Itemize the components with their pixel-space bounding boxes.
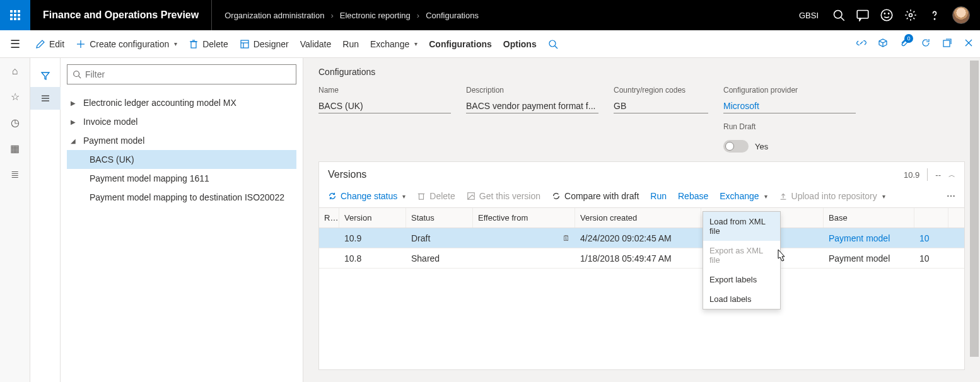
run-draft-label: Run Draft — [723, 122, 856, 131]
recent-icon[interactable]: ◷ — [11, 117, 20, 129]
tree-item[interactable]: ▶Electronic ledger accounting model MX — [67, 93, 296, 112]
col-created[interactable]: Version created — [575, 208, 701, 228]
avatar[interactable] — [952, 6, 970, 24]
run-draft-toggle[interactable] — [723, 140, 749, 153]
search-button[interactable] — [548, 39, 558, 49]
cursor-icon — [774, 248, 787, 263]
edit-button[interactable]: Edit — [35, 39, 64, 49]
svg-point-0 — [834, 11, 843, 19]
provider-label: Configuration provider — [723, 86, 856, 95]
delete-button[interactable]: Delete — [189, 39, 228, 49]
close-icon[interactable] — [964, 38, 974, 50]
chat-icon[interactable] — [856, 9, 869, 21]
tree-item[interactable]: ▶Invoice model — [67, 112, 296, 131]
favorites-icon[interactable]: ☆ — [11, 91, 20, 103]
attachment-icon[interactable]: 0 — [899, 38, 909, 50]
tree-item[interactable]: Payment model mapping 1611 — [67, 169, 296, 188]
name-value[interactable]: BACS (UK) — [318, 98, 451, 113]
exchange-button[interactable]: Exchange▾ — [370, 39, 417, 49]
dropdown-export-xml: Export as XML file — [703, 241, 780, 270]
breadcrumb-item[interactable]: Organization administration — [225, 11, 324, 20]
provider-value[interactable]: Microsoft — [723, 98, 856, 113]
filter-input[interactable] — [85, 69, 291, 79]
filter-input-container[interactable] — [67, 64, 296, 84]
validate-button[interactable]: Validate — [300, 39, 332, 49]
modules-icon[interactable]: ≣ — [11, 168, 19, 180]
app-launcher[interactable] — [0, 0, 30, 30]
col-status[interactable]: Status — [406, 208, 473, 228]
list-pane-button[interactable] — [30, 87, 61, 110]
table-row[interactable]: 10.8 Shared 1/18/2018 05:49:47 AM Paymen… — [319, 248, 964, 269]
compare-button[interactable]: Compare with draft — [552, 191, 639, 201]
tree-item[interactable]: Payment model mapping to destination ISO… — [67, 188, 296, 207]
country-value[interactable]: GB — [614, 98, 708, 113]
badge-count: 0 — [904, 34, 913, 43]
scrollbar[interactable] — [970, 58, 979, 373]
dropdown-load-labels[interactable]: Load labels — [703, 289, 780, 309]
popout-icon[interactable] — [942, 38, 952, 50]
smiley-icon[interactable] — [880, 9, 893, 21]
hamburger-icon[interactable]: ☰ — [0, 37, 30, 51]
version-exchange-button[interactable]: Exchange▾ — [720, 191, 767, 201]
description-value[interactable]: BACS vendor payment format f... — [466, 98, 598, 113]
package-icon[interactable] — [878, 38, 888, 50]
tree-item-selected[interactable]: BACS (UK) — [67, 150, 296, 169]
caret-right-icon: ▶ — [71, 100, 77, 107]
chevron-up-icon[interactable]: ︿ — [948, 170, 955, 180]
current-version: 10.9 — [904, 170, 919, 180]
col-basev[interactable] — [914, 208, 948, 228]
svg-point-7 — [934, 19, 935, 20]
chevron-right-icon: › — [330, 11, 333, 20]
create-configuration-button[interactable]: Create configuration▾ — [76, 39, 177, 49]
caret-right-icon: ▶ — [71, 119, 77, 125]
change-status-button[interactable]: Change status▾ — [328, 191, 405, 201]
home-icon[interactable]: ⌂ — [12, 66, 18, 77]
breadcrumb: Organization administration › Electronic… — [212, 11, 789, 20]
svg-point-16 — [549, 40, 556, 47]
configurations-tab[interactable]: Configurations — [429, 39, 492, 49]
refresh-icon[interactable] — [921, 38, 931, 50]
svg-point-24 — [74, 71, 79, 77]
col-r[interactable]: R... — [319, 208, 339, 228]
svg-rect-10 — [191, 42, 196, 48]
description-label: Description — [466, 86, 598, 95]
rebase-button[interactable]: Rebase — [678, 191, 708, 201]
version-run-button[interactable]: Run — [650, 191, 667, 201]
help-icon[interactable] — [928, 9, 941, 21]
breadcrumb-item[interactable]: Configurations — [426, 11, 479, 20]
country-label: Country/region codes — [614, 86, 708, 95]
options-tab[interactable]: Options — [503, 39, 537, 49]
col-base[interactable]: Base — [824, 208, 914, 228]
run-draft-value: Yes — [755, 142, 768, 151]
link-icon[interactable] — [856, 38, 866, 50]
chevron-down-icon: ▾ — [174, 40, 177, 47]
dropdown-export-labels[interactable]: Export labels — [703, 270, 780, 289]
exchange-dropdown: Load from XML file Export as XML file Ex… — [703, 211, 781, 310]
more-button[interactable]: ⋯ — [947, 191, 955, 201]
table-row[interactable]: 10.9 Draft 🗓 4/24/2020 09:02:45 AM Payme… — [319, 228, 964, 248]
workspaces-icon[interactable]: ▦ — [10, 142, 20, 154]
waffle-icon — [10, 10, 20, 20]
search-icon[interactable] — [832, 9, 845, 21]
versions-title: Versions — [328, 169, 366, 180]
designer-button[interactable]: Designer — [240, 39, 289, 49]
svg-rect-13 — [241, 40, 248, 48]
dropdown-load-xml[interactable]: Load from XML file — [703, 212, 780, 241]
svg-rect-2 — [857, 11, 868, 19]
svg-line-17 — [555, 46, 557, 49]
breadcrumb-item[interactable]: Electronic reporting — [340, 11, 411, 20]
upload-repository-button: Upload into repository▾ — [779, 191, 885, 201]
caret-down-icon: ◢ — [71, 137, 77, 144]
version-delete-button: Delete — [417, 191, 455, 201]
chevron-down-icon: ▾ — [414, 40, 417, 47]
calendar-icon[interactable]: 🗓 — [563, 228, 570, 248]
company-code[interactable]: GBSI — [799, 11, 819, 20]
filter-pane-button[interactable] — [30, 64, 61, 87]
gear-icon[interactable] — [904, 9, 917, 21]
col-effective[interactable]: Effective from — [473, 208, 575, 228]
col-version[interactable]: Version — [339, 208, 406, 228]
run-button[interactable]: Run — [342, 39, 359, 49]
tree-item[interactable]: ◢Payment model — [67, 131, 296, 150]
svg-point-4 — [884, 13, 885, 14]
app-title: Finance and Operations Preview — [30, 0, 212, 30]
